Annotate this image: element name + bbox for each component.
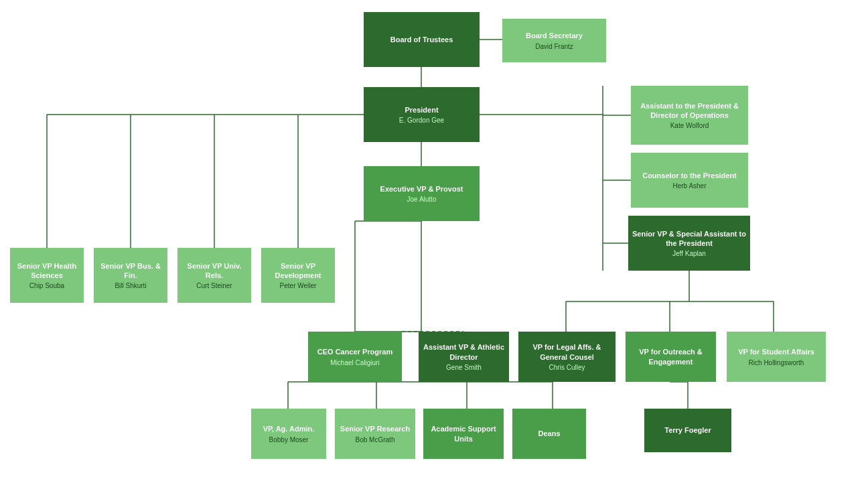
acad-support-title: Academic Support Units xyxy=(427,424,500,443)
board-of-trustees: Board of Trustees xyxy=(364,12,480,67)
svp-bus-name: Bill Shkurti xyxy=(115,282,146,289)
board-sec-name: David Frantz xyxy=(535,43,573,50)
svp-special-name: Jeff Kaplan xyxy=(672,250,706,257)
asst-vp-ath-name: Gene Smith xyxy=(446,364,482,371)
counselor-title: Counselor to the President xyxy=(642,171,737,180)
vp-ag-title: VP, Ag. Admin. xyxy=(263,424,315,433)
org-chart: Board of Trustees Board Secretary David … xyxy=(0,0,868,479)
vp-ag-admin: VP, Ag. Admin. Bobby Moser xyxy=(251,409,326,459)
president-title: President xyxy=(405,105,438,115)
board-title: Board of Trustees xyxy=(390,35,453,44)
ceo-cancer-name: Michael Caligiuri xyxy=(330,359,379,366)
vp-ag-name: Bobby Moser xyxy=(269,436,309,443)
svp-bus-title: Senior VP Bus. & Fin. xyxy=(97,261,164,281)
deans-title: Deans xyxy=(538,429,560,438)
counselor-to-president: Counselor to the President Herb Asher xyxy=(631,153,748,208)
asst-to-president: Assistant to the President & Director of… xyxy=(631,86,748,145)
board-sec-title: Board Secretary xyxy=(526,31,583,40)
vp-legal-name: Chris Culley xyxy=(549,364,585,371)
svp-development: Senior VP Development Peter Weiler xyxy=(261,248,335,303)
vp-legal-affairs: VP for Legal Affs. & General Cousel Chri… xyxy=(518,332,616,382)
svp-univ-name: Curt Steiner xyxy=(196,282,232,289)
vp-outreach-title: VP for Outreach & Engagement xyxy=(629,347,713,366)
exec-vp-provost: Executive VP & Provost Joe Alutto xyxy=(364,166,480,221)
board-secretary: Board Secretary David Frantz xyxy=(502,19,606,62)
svp-dev-name: Peter Weiler xyxy=(280,282,317,289)
vp-student-name: Rich Hollingsworth xyxy=(749,359,804,366)
svp-bus-fin: Senior VP Bus. & Fin. Bill Shkurti xyxy=(94,248,167,303)
svp-univ-rels: Senior VP Univ. Rels. Curt Steiner xyxy=(177,248,251,303)
terry-foegler: Terry Foegler xyxy=(644,409,731,452)
asst-vp-ath-title: Assistant VP & Athletic Director xyxy=(422,342,506,362)
exec-vp-name: Joe Alutto xyxy=(407,196,437,203)
svp-special-title: Senior VP & Special Assistant to the Pre… xyxy=(632,229,747,249)
president-name: E. Gordon Gee xyxy=(399,117,444,124)
svp-health-sciences: Senior VP Health Sciences Chip Souba xyxy=(10,248,84,303)
svp-dev-title: Senior VP Development xyxy=(265,261,332,281)
vp-outreach-engagement: VP for Outreach & Engagement xyxy=(626,332,716,382)
counselor-name: Herb Asher xyxy=(672,182,706,190)
vp-student-affairs: VP for Student Affairs Rich Hollingswort… xyxy=(727,332,826,382)
asst-pres-title: Assistant to the President & Director of… xyxy=(634,101,745,121)
president: President E. Gordon Gee xyxy=(364,87,480,142)
svp-research: Senior VP Research Bob McGrath xyxy=(335,409,415,459)
ceo-cancer-title: CEO Cancer Program xyxy=(317,347,392,356)
vp-student-title: VP for Student Affairs xyxy=(738,347,814,356)
ceo-cancer-program: CEO Cancer Program Michael Caligiuri xyxy=(308,332,402,382)
svp-univ-title: Senior VP Univ. Rels. xyxy=(181,261,248,281)
exec-vp-title: Executive VP & Provost xyxy=(380,184,463,194)
academic-support-units: Academic Support Units xyxy=(423,409,504,459)
svp-special-asst: Senior VP & Special Assistant to the Pre… xyxy=(628,216,750,271)
deans: Deans xyxy=(512,409,586,459)
vp-legal-title: VP for Legal Affs. & General Cousel xyxy=(522,342,612,362)
terry-title: Terry Foegler xyxy=(664,425,711,435)
svp-research-title: Senior VP Research xyxy=(340,424,410,433)
asst-vp-athletic: Assistant VP & Athletic Director Gene Sm… xyxy=(419,332,509,382)
svp-health-title: Senior VP Health Sciences xyxy=(13,261,80,281)
asst-pres-name: Kate Wolford xyxy=(670,122,709,129)
svp-health-name: Chip Souba xyxy=(29,282,64,289)
svp-research-name: Bob McGrath xyxy=(356,436,395,443)
